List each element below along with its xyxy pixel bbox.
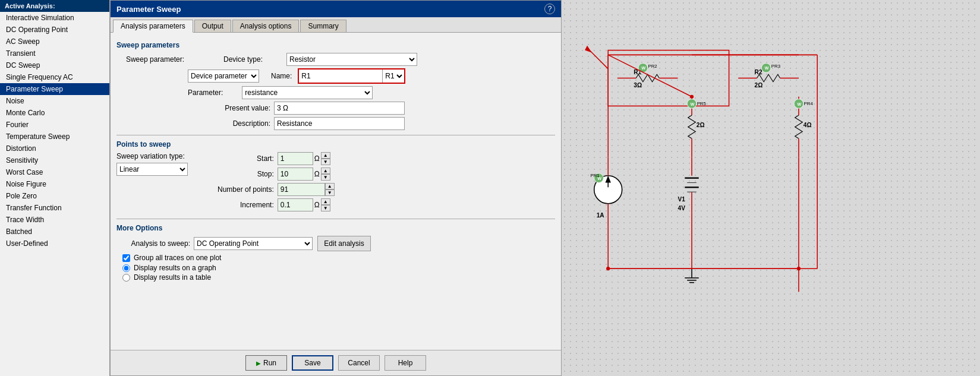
svg-text:2Ω: 2Ω — [755, 82, 763, 89]
num-points-spin-down[interactable]: ▼ — [325, 189, 335, 196]
edit-analysis-button[interactable]: Edit analysis — [317, 236, 371, 251]
ground-symbol — [685, 268, 698, 282]
display-table-label: Display results in a table — [134, 273, 211, 282]
sweep-variation-label: Sweep variation type: — [116, 152, 188, 160]
svg-line-54 — [608, 55, 692, 96]
tab-analysis-options[interactable]: Analysis options — [232, 20, 300, 32]
run-label: Run — [263, 359, 276, 367]
dialog-help-button[interactable]: ? — [544, 4, 555, 14]
display-table-radio[interactable] — [122, 274, 130, 282]
display-graph-label: Display results on a graph — [134, 264, 216, 272]
svg-text:V1: V1 — [678, 196, 686, 203]
sidebar-item-batched[interactable]: Batched — [0, 226, 109, 238]
svg-text:3Ω: 3Ω — [634, 82, 642, 89]
start-input[interactable] — [278, 152, 313, 165]
increment-spin-down[interactable]: ▼ — [321, 205, 330, 211]
cancel-button[interactable]: Cancel — [338, 355, 380, 371]
i1-component: 1A W PR1 — [590, 157, 622, 226]
num-points-spin-buttons: ▲ ▼ — [325, 183, 335, 196]
v1-component: V1 4V — [678, 157, 699, 213]
svg-text:W: W — [765, 66, 769, 70]
help-button[interactable]: Help — [385, 355, 426, 371]
pr4-component: 4Ω W PR4 — [794, 97, 813, 157]
sidebar-item-single-frequency-ac[interactable]: Single Frequency AC — [0, 71, 109, 83]
stop-spin-down[interactable]: ▼ — [321, 174, 330, 181]
description-row: Description: — [116, 117, 555, 130]
name-dropdown[interactable]: R1 — [382, 69, 404, 83]
sidebar-item-user-defined[interactable]: User-Defined — [0, 238, 109, 249]
svg-line-55 — [692, 55, 799, 96]
stop-label: Stop: — [200, 170, 278, 178]
stop-row: Stop: Ω ▲ ▼ — [200, 168, 555, 181]
stop-spin-up[interactable]: ▲ — [321, 168, 330, 174]
sidebar-item-pole-zero[interactable]: Pole Zero — [0, 190, 109, 202]
sidebar-item-distortion[interactable]: Distortion — [0, 143, 109, 154]
sidebar-item-sensitivity[interactable]: Sensitivity — [0, 154, 109, 166]
sidebar-item-interactive-simulation[interactable]: Interactive Simulation — [0, 12, 109, 24]
sidebar-item-fourier[interactable]: Fourier — [0, 119, 109, 131]
linear-select[interactable]: Linear — [116, 163, 188, 176]
sidebar-item-transient[interactable]: Transient — [0, 48, 109, 59]
num-points-input[interactable] — [278, 183, 325, 196]
name-label: Name: — [271, 72, 292, 80]
svg-text:PR4: PR4 — [804, 101, 814, 106]
group-traces-checkbox[interactable] — [122, 254, 130, 262]
num-points-spin-up[interactable]: ▲ — [325, 183, 335, 189]
increment-spinner: Ω ▲ ▼ — [278, 198, 330, 211]
more-options-header: More Options — [116, 224, 555, 232]
display-graph-radio[interactable] — [122, 264, 130, 272]
parameter-select[interactable]: resistance — [242, 86, 373, 99]
present-value-label: Present value: — [116, 104, 274, 112]
sweep-variation-row: Sweep variation type: — [116, 152, 188, 160]
start-spinner: Ω ▲ ▼ — [278, 152, 330, 165]
sidebar-item-parameter-sweep[interactable]: Parameter Sweep — [0, 83, 109, 95]
run-button[interactable]: ▶ Run — [245, 355, 287, 371]
sidebar-items: Interactive SimulationDC Operating Point… — [0, 12, 109, 249]
sidebar-header: Active Analysis: — [0, 0, 109, 12]
stop-input[interactable] — [278, 168, 313, 181]
analysis-to-sweep-select[interactable]: DC Operating Point — [194, 237, 313, 250]
sidebar-item-noise[interactable]: Noise — [0, 95, 109, 107]
sidebar-item-monte-carlo[interactable]: Monte Carlo — [0, 107, 109, 119]
start-row: Start: Ω ▲ ▼ — [200, 152, 555, 165]
name-input[interactable] — [299, 69, 382, 83]
svg-text:R2: R2 — [755, 69, 762, 75]
circuit-canvas: R1 3Ω W PR2 R2 2Ω W PR3 — [562, 0, 980, 376]
tab-analysis-parameters[interactable]: Analysis parameters — [113, 20, 193, 33]
stop-spinner: Ω ▲ ▼ — [278, 168, 330, 181]
present-value-row: Present value: — [116, 102, 555, 115]
dialog-content: Sweep parameters Sweep parameter: Device… — [111, 33, 561, 350]
sidebar-item-temperature-sweep[interactable]: Temperature Sweep — [0, 131, 109, 143]
tab-summary[interactable]: Summary — [300, 20, 346, 32]
device-type-select[interactable]: Resistor — [286, 53, 417, 66]
group-traces-row: Group all traces on one plot — [122, 254, 555, 262]
sidebar-item-dc-sweep[interactable]: DC Sweep — [0, 59, 109, 71]
num-points-spinner: ▲ ▼ — [278, 183, 335, 196]
start-spin-down[interactable]: ▼ — [321, 159, 330, 165]
save-button[interactable]: Save — [292, 355, 333, 371]
svg-text:W: W — [798, 102, 802, 106]
increment-input[interactable] — [278, 198, 313, 211]
device-type-label: Device type: — [223, 55, 263, 64]
tab-output[interactable]: Output — [194, 20, 231, 32]
description-label: Description: — [116, 119, 274, 128]
start-spin-up[interactable]: ▲ — [321, 152, 330, 159]
svg-text:PR2: PR2 — [648, 64, 657, 69]
sidebar-item-ac-sweep[interactable]: AC Sweep — [0, 36, 109, 48]
device-param-select[interactable]: Device parameter — [188, 69, 259, 83]
group-traces-label: Group all traces on one plot — [134, 254, 221, 262]
sidebar-item-worst-case[interactable]: Worst Case — [0, 166, 109, 178]
sidebar-item-transfer-function[interactable]: Transfer Function — [0, 202, 109, 214]
sidebar-item-trace-width[interactable]: Trace Width — [0, 214, 109, 226]
dialog-wrapper: Parameter Sweep ? Analysis parametersOut… — [110, 0, 562, 376]
points-to-sweep-area: Sweep variation type: Linear Start: — [116, 152, 555, 214]
num-points-label: Number of points: — [200, 185, 278, 194]
arrow-head — [585, 46, 592, 53]
increment-spin-up[interactable]: ▲ — [321, 198, 330, 205]
sidebar-item-noise-figure[interactable]: Noise Figure — [0, 178, 109, 190]
display-graph-row: Display results on a graph — [122, 264, 555, 272]
svg-text:2Ω: 2Ω — [697, 122, 705, 128]
sidebar-item-dc-operating-point[interactable]: DC Operating Point — [0, 24, 109, 36]
parameter-label: Parameter: — [188, 89, 226, 97]
device-param-name-row: Device parameter Name: R1 — [188, 68, 555, 84]
